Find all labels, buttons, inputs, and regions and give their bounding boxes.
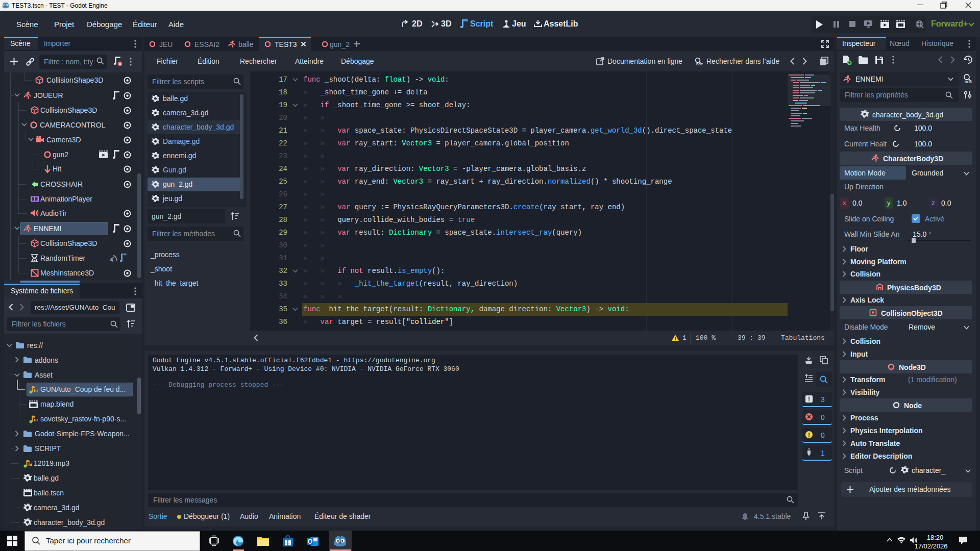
svg-text:DOC: DOC: [696, 63, 703, 66]
svg-text:DOC: DOC: [965, 80, 972, 84]
